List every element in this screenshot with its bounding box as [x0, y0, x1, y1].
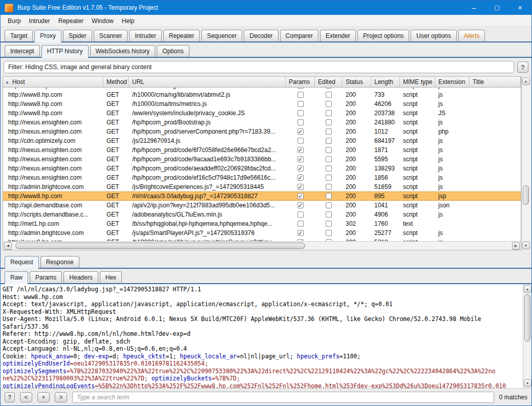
column-header-length[interactable]: Length	[371, 77, 400, 87]
search-next-button[interactable]: >	[55, 392, 67, 402]
tab-params[interactable]: Params	[30, 271, 62, 283]
tab-target[interactable]: Target	[5, 30, 33, 41]
params-checkbox	[297, 221, 304, 227]
table-row[interactable]: http://nexus.ensighten.comGET/hp/hpcom_p…	[3, 164, 521, 173]
filter-help-button[interactable]: ?	[517, 61, 528, 73]
table-row[interactable]: http://nexus.ensighten.comGET/hp/hpcom_p…	[3, 173, 521, 182]
tab-repeater[interactable]: Repeater	[163, 30, 200, 41]
host-cell: http://cdn.optimizely.com	[3, 136, 103, 145]
subtab-http-history[interactable]: HTTP history	[41, 45, 89, 58]
table-row[interactable]: http://admin.brightcove.comGET/js/Bright…	[3, 182, 521, 191]
scroll-right-icon[interactable]: ▶	[512, 242, 520, 250]
tab-response[interactable]: Response	[40, 256, 79, 268]
column-header-method[interactable]: Method	[103, 77, 129, 87]
menu-intruder[interactable]: Intruder	[25, 16, 54, 26]
tab-proxy[interactable]: Proxy	[34, 30, 61, 42]
tab-comparer[interactable]: Comparer	[280, 30, 318, 41]
table-vertical-scrollbar[interactable]: ▲ ▼	[521, 76, 530, 250]
tab-headers[interactable]: Headers	[63, 271, 98, 283]
filter-bar[interactable]: Filter: Hiding CSS, image and general bi…	[4, 61, 514, 73]
scrollbar-thumb[interactable]	[523, 185, 529, 205]
column-header-url[interactable]: URL	[129, 77, 286, 87]
table-row[interactable]: http://api.demandbase.comGET/api/v2/ip.j…	[3, 201, 521, 210]
table-row[interactable]: http://cdn.optimizely.comGET/js/21296709…	[3, 136, 521, 145]
params-checkbox	[297, 211, 304, 218]
column-header-host[interactable]: ▲Host	[3, 77, 103, 87]
column-header-edited[interactable]: Edited	[315, 77, 343, 87]
table-row[interactable]: http://www8.hp.comGET/h10000/cma/ng/lib/…	[3, 238, 521, 241]
column-header-status[interactable]: Status	[343, 77, 371, 87]
table-horizontal-scrollbar[interactable]: ◀ ▶	[3, 241, 521, 250]
table-row[interactable]: http://www8.hp.comGET/h10000/cma/tms/met…	[3, 99, 521, 109]
edited-checkbox	[326, 193, 332, 199]
tab-project-options[interactable]: Project options	[357, 30, 409, 41]
table-row[interactable]: http://www8.hp.comGET/h10000/cma/ng/lib/…	[3, 90, 521, 99]
url-cell: /hp/hpcom_prod/Bootstrap.js	[129, 118, 286, 127]
maximize-button[interactable]: □	[485, 1, 508, 15]
subtab-options[interactable]: Options	[157, 45, 189, 57]
tab-request[interactable]: Request	[5, 256, 39, 269]
edited-checkbox	[326, 184, 332, 190]
tab-extender[interactable]: Extender	[320, 30, 356, 41]
table-row[interactable]: http://www8.hp.comGET/ww/en/system/inclu…	[3, 109, 521, 118]
table-row[interactable]: http://nexus.ensighten.comGET/hp/hpcom_p…	[3, 155, 521, 164]
table-row[interactable]: http://nexus.ensighten.comGET/hp/hpcom_p…	[3, 118, 521, 127]
extension-cell: js	[435, 164, 470, 173]
scroll-down-icon[interactable]: ▼	[524, 379, 531, 387]
subtab-websockets-history[interactable]: WebSockets history	[90, 45, 156, 57]
table-row[interactable]: http://scripts.demandbase.c...GET/adobea…	[3, 210, 521, 219]
scrollbar-track[interactable]	[12, 242, 512, 250]
request-editor[interactable]: GET /nl/nl/caas/3.0/ladybug.jsp?_=147290…	[1, 284, 523, 388]
search-input[interactable]	[72, 392, 494, 403]
scrollbar-track[interactable]	[522, 86, 530, 241]
scrollbar-thumb[interactable]	[524, 294, 530, 341]
search-help-button[interactable]: ?	[5, 392, 15, 402]
url-cell: /adobeanalytics/GL7luEws.min.js	[129, 210, 286, 219]
column-header-mime-type[interactable]: MIME type	[400, 77, 435, 87]
params-checkbox: ✓	[297, 147, 304, 153]
edited-checkbox	[326, 221, 332, 227]
tab-alerts[interactable]: Alerts	[458, 30, 485, 41]
tab-spider[interactable]: Spider	[63, 30, 92, 41]
token: ne%22%2C%223117980003%22%3A%22true%22%7D…	[3, 375, 152, 382]
table-row[interactable]: http://admin.brightcove.comGET/js/api/Sm…	[3, 228, 521, 238]
menu-burp[interactable]: Burp	[4, 16, 25, 26]
title-cell	[470, 145, 521, 155]
table-row[interactable]: http://nexus.ensighten.comGET/hp/hpcom_p…	[3, 145, 521, 155]
params-checkbox-cell	[286, 99, 315, 109]
menu-window[interactable]: Window	[88, 16, 118, 26]
tab-sequencer[interactable]: Sequencer	[201, 30, 242, 41]
tab-decoder[interactable]: Decoder	[244, 30, 278, 41]
minimize-button[interactable]: –	[462, 1, 485, 15]
search-add-button[interactable]: +	[37, 392, 50, 402]
subtab-intercept[interactable]: Intercept	[5, 45, 40, 57]
column-header-extension[interactable]: Extension	[435, 77, 470, 87]
tab-raw[interactable]: Raw	[5, 271, 28, 284]
scroll-left-icon[interactable]: ◀	[4, 242, 12, 250]
tab-scanner[interactable]: Scanner	[94, 30, 128, 41]
host-cell: http://nexus.ensighten.com	[3, 145, 103, 155]
scrollbar-thumb[interactable]	[15, 243, 305, 249]
column-header-title[interactable]: Title	[470, 77, 521, 87]
tab-intruder[interactable]: Intruder	[129, 30, 161, 41]
scroll-up-icon[interactable]: ▲	[524, 285, 531, 293]
close-button[interactable]: ×	[508, 1, 531, 15]
menu-repeater[interactable]: Repeater	[54, 16, 88, 26]
table-row[interactable]: http://www8.hp.comGET/nl/nl/caas/3.0/lad…	[3, 191, 521, 201]
tab-user-options[interactable]: User options	[411, 30, 456, 41]
search-previous-button[interactable]: <	[20, 392, 32, 402]
main-tab-bar: TargetProxySpiderScannerIntruderRepeater…	[1, 27, 531, 42]
scroll-down-icon[interactable]: ▼	[522, 242, 530, 249]
menu-help[interactable]: Help	[118, 16, 139, 26]
titlebar[interactable]: Burp Suite Free Edition v1.7.05 - Tempor…	[1, 1, 531, 15]
tab-hex[interactable]: Hex	[100, 271, 122, 283]
editor-vertical-scrollbar[interactable]: ▲ ▼	[523, 284, 531, 388]
column-header-params[interactable]: Params	[286, 77, 315, 87]
table-row[interactable]: http://nexus.ensighten.comGET/hp/hpcom_p…	[3, 127, 521, 136]
scroll-up-icon[interactable]: ▲	[522, 77, 530, 85]
edited-checkbox-cell	[315, 191, 343, 201]
table-row[interactable]: http://met1.hp.comGET/b/ss/hphqglobal,hp…	[3, 219, 521, 228]
edited-checkbox-cell	[315, 90, 343, 99]
params-checkbox-cell: ✓	[286, 145, 315, 155]
scrollbar-track[interactable]	[523, 293, 531, 379]
